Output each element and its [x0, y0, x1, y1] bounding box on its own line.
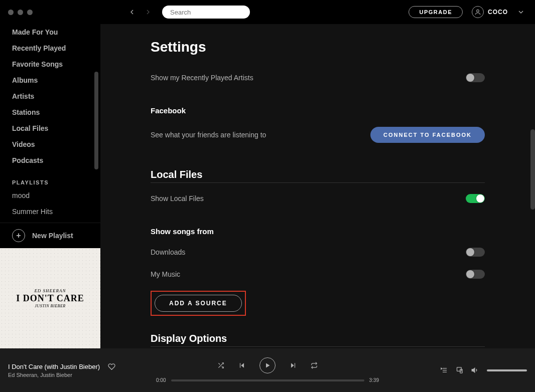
nav-arrows	[128, 8, 152, 16]
progress-bar[interactable]	[171, 379, 364, 381]
divider	[151, 346, 485, 347]
search-input[interactable]	[170, 9, 254, 16]
svg-rect-7	[240, 363, 240, 367]
window-min-dot[interactable]	[18, 10, 23, 15]
now-playing: I Don't Care (with Justin Bieber) Ed She…	[8, 363, 156, 378]
devices-icon[interactable]	[456, 366, 463, 374]
volume-icon[interactable]	[471, 366, 479, 374]
svg-marker-17	[472, 368, 475, 372]
svg-line-5	[218, 363, 220, 364]
playlist-item-mood[interactable]: mood	[12, 187, 88, 204]
recently-played-artists-toggle[interactable]	[466, 73, 485, 82]
upgrade-button[interactable]: UPGRADE	[409, 6, 463, 18]
previous-icon[interactable]	[238, 362, 245, 369]
downloads-toggle[interactable]	[466, 248, 485, 257]
sidebar-item-videos[interactable]: Videos	[12, 136, 88, 152]
play-button[interactable]	[259, 357, 276, 373]
album-art[interactable]: ED SHEERAN I DON'T CARE JUSTIN BIEBER	[0, 248, 100, 348]
page-title: Settings	[151, 34, 485, 69]
plus-icon: +	[12, 229, 25, 242]
main-scrollbar[interactable]	[530, 129, 535, 210]
sidebar-item-artists[interactable]: Artists	[12, 88, 88, 104]
avatar-icon	[472, 6, 484, 18]
user-menu[interactable]: COCO	[472, 6, 508, 18]
my-music-label: My Music	[151, 270, 180, 278]
sidebar-item-made-for-you[interactable]: Made For You	[12, 24, 88, 40]
volume-slider[interactable]	[487, 369, 527, 371]
playlist-item-summer-hits[interactable]: Summer Hits	[12, 204, 88, 220]
forward-icon[interactable]	[144, 8, 152, 16]
svg-marker-8	[266, 363, 270, 368]
connect-facebook-button[interactable]: CONNECT TO FACEBOOK	[370, 127, 485, 143]
display-options-header: Display Options	[151, 316, 485, 346]
shuffle-icon[interactable]	[217, 362, 224, 369]
total-time: 3:39	[369, 377, 379, 383]
my-music-toggle[interactable]	[466, 270, 485, 279]
svg-marker-14	[441, 368, 442, 369]
divider	[151, 182, 485, 183]
player-bar: I Don't Care (with Justin Bieber) Ed She…	[0, 348, 535, 392]
new-playlist-label: New Playlist	[32, 232, 73, 240]
search-box[interactable]	[162, 6, 250, 19]
art-artist1: ED SHEERAN	[34, 288, 66, 293]
facebook-header: Facebook	[151, 91, 485, 123]
svg-marker-9	[291, 363, 294, 367]
show-local-files-label: Show Local Files	[151, 194, 204, 203]
sidebar-item-local-files[interactable]: Local Files	[12, 120, 88, 136]
queue-icon[interactable]	[440, 366, 448, 374]
show-songs-from-header: Show songs from	[151, 212, 485, 244]
playlists-header: PLAYLISTS	[12, 168, 88, 187]
next-icon[interactable]	[290, 362, 297, 369]
downloads-label: Downloads	[151, 248, 185, 256]
sidebar: Made For You Recently Played Favorite So…	[0, 24, 100, 348]
main-content: Settings Show my Recently Played Artists…	[100, 24, 535, 348]
facebook-desc: See what your friends are listening to	[151, 131, 266, 139]
art-title: I DON'T CARE	[16, 293, 84, 304]
player-controls: 0:00 3:39	[156, 357, 379, 383]
track-title[interactable]: I Don't Care (with Justin Bieber)	[8, 363, 100, 370]
svg-marker-6	[241, 363, 244, 367]
chevron-down-icon[interactable]	[517, 8, 525, 16]
sidebar-item-albums[interactable]: Albums	[12, 72, 88, 88]
repeat-icon[interactable]	[311, 362, 318, 369]
art-artist2: JUSTIN BIEBER	[35, 304, 65, 308]
recently-played-artists-label: Show my Recently Played Artists	[151, 74, 253, 82]
highlight-annotation: ADD A SOURCE	[151, 291, 246, 316]
sidebar-item-favorite-songs[interactable]: Favorite Songs	[12, 56, 88, 72]
new-playlist-button[interactable]: + New Playlist	[0, 223, 100, 248]
elapsed-time: 0:00	[156, 377, 166, 383]
topbar: UPGRADE COCO	[0, 0, 535, 24]
player-right-controls	[379, 366, 527, 374]
svg-rect-10	[295, 363, 295, 367]
svg-point-2	[477, 10, 479, 12]
username-label: COCO	[488, 9, 508, 16]
window-controls	[8, 10, 33, 15]
window-close-dot[interactable]	[8, 10, 14, 15]
local-files-header: Local Files	[151, 152, 485, 182]
back-icon[interactable]	[128, 8, 136, 16]
window-max-dot[interactable]	[27, 10, 33, 15]
show-local-files-toggle[interactable]	[466, 194, 485, 203]
heart-icon[interactable]	[108, 363, 115, 370]
sidebar-item-podcasts[interactable]: Podcasts	[12, 152, 88, 168]
sidebar-item-recently-played[interactable]: Recently Played	[12, 40, 88, 56]
sidebar-item-stations[interactable]: Stations	[12, 104, 88, 120]
add-source-button[interactable]: ADD A SOURCE	[155, 295, 242, 312]
sidebar-scrollbar[interactable]	[94, 72, 98, 169]
track-artist[interactable]: Ed Sheeran, Justin Bieber	[8, 372, 156, 378]
